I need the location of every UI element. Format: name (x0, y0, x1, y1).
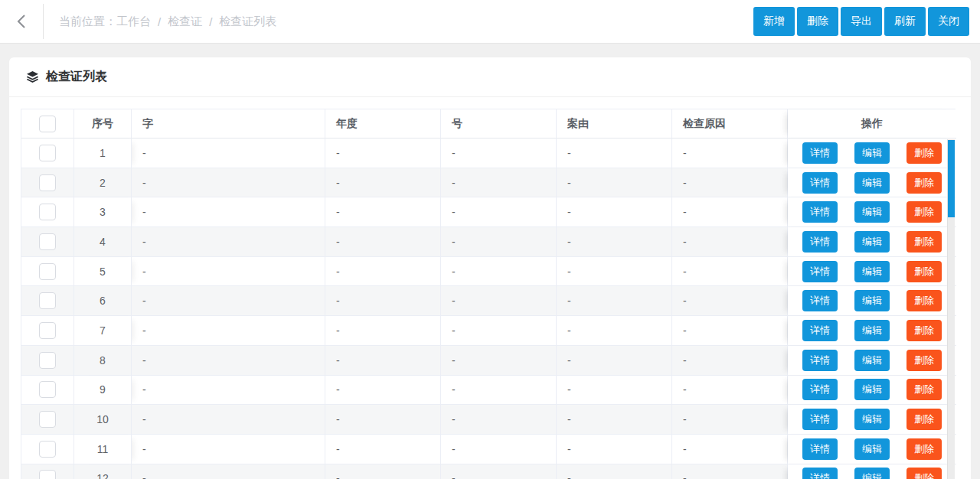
edit-button[interactable]: 编辑 (854, 438, 890, 460)
detail-button[interactable]: 详情 (802, 201, 838, 223)
detail-button[interactable]: 详情 (802, 290, 838, 311)
detail-button[interactable]: 详情 (802, 320, 838, 341)
detail-button[interactable]: 详情 (802, 409, 838, 430)
cell-niandu: - (325, 138, 441, 168)
cell-actions: 详情 编辑 删除 (788, 138, 956, 168)
cell-actions: 详情 编辑 删除 (788, 316, 956, 346)
detail-button[interactable]: 详情 (802, 172, 838, 194)
close-button[interactable]: 关闭 (928, 7, 969, 36)
edit-button[interactable]: 编辑 (854, 142, 890, 164)
edit-button[interactable]: 编辑 (854, 290, 890, 311)
cell-niandu: - (325, 257, 441, 287)
edit-button[interactable]: 编辑 (854, 409, 890, 430)
cell-reason: - (672, 227, 788, 257)
row-checkbox-cell (21, 286, 74, 316)
vertical-scrollbar-track[interactable] (947, 139, 955, 479)
row-checkbox[interactable] (39, 441, 56, 458)
edit-button[interactable]: 编辑 (854, 172, 890, 194)
row-checkbox[interactable] (39, 322, 56, 339)
row-checkbox[interactable] (39, 145, 56, 161)
row-checkbox[interactable] (39, 352, 56, 369)
row-checkbox[interactable] (39, 381, 56, 398)
edit-button[interactable]: 编辑 (854, 231, 890, 253)
detail-button[interactable]: 详情 (802, 231, 838, 253)
cell-seq: 6 (74, 286, 132, 316)
row-checkbox[interactable] (39, 411, 56, 428)
cell-reason: - (672, 435, 788, 464)
cell-zi: - (132, 346, 325, 376)
row-checkbox[interactable] (39, 174, 56, 191)
row-delete-button[interactable]: 删除 (906, 261, 942, 282)
cell-actions: 详情 编辑 删除 (788, 464, 956, 479)
panel-header: 检查证列表 (9, 57, 971, 97)
detail-button[interactable]: 详情 (802, 379, 838, 400)
cell-anyou: - (557, 286, 672, 316)
edit-button[interactable]: 编辑 (854, 468, 890, 479)
row-delete-button[interactable]: 删除 (906, 438, 942, 460)
row-checkbox-cell (21, 257, 74, 287)
cell-seq: 11 (74, 435, 132, 464)
export-button[interactable]: 导出 (841, 7, 882, 36)
edit-button[interactable]: 编辑 (854, 261, 890, 282)
detail-button[interactable]: 详情 (802, 261, 838, 282)
cell-hao: - (441, 227, 557, 257)
cell-actions: 详情 编辑 删除 (788, 197, 956, 227)
header-niandu: 年度 (325, 109, 441, 138)
row-delete-button[interactable]: 删除 (906, 320, 942, 341)
cell-anyou: - (557, 197, 672, 227)
row-delete-button[interactable]: 删除 (906, 201, 942, 223)
row-delete-button[interactable]: 删除 (906, 379, 942, 400)
vertical-scrollbar-thumb[interactable] (948, 140, 955, 217)
back-button[interactable] (0, 4, 44, 39)
refresh-button[interactable]: 刷新 (884, 7, 926, 36)
cell-zi: - (132, 138, 325, 168)
row-delete-button[interactable]: 删除 (906, 409, 942, 430)
row-delete-button[interactable]: 删除 (906, 142, 942, 164)
panel-body: 序号 字 年度 号 案由 检查原因 操作 1 - - - - - 详情 编辑 删… (9, 97, 971, 479)
row-checkbox-cell (21, 227, 74, 257)
cell-hao: - (441, 346, 557, 376)
cell-reason: - (672, 405, 788, 435)
row-delete-button[interactable]: 删除 (906, 350, 942, 371)
select-all-checkbox[interactable] (39, 116, 56, 132)
detail-button[interactable]: 详情 (802, 438, 838, 460)
cell-niandu: - (325, 316, 441, 346)
edit-button[interactable]: 编辑 (854, 320, 890, 341)
detail-button[interactable]: 详情 (802, 468, 838, 479)
breadcrumb: 当前位置： 工作台 / 检查证 / 检查证列表 (59, 15, 276, 29)
row-delete-button[interactable]: 删除 (906, 468, 942, 479)
table-row: 9 - - - - - 详情 编辑 删除 (21, 376, 956, 406)
header-reason: 检查原因 (672, 109, 788, 138)
table-row: 7 - - - - - 详情 编辑 删除 (21, 316, 956, 346)
delete-button[interactable]: 删除 (797, 7, 838, 36)
cell-zi: - (132, 435, 325, 464)
cell-seq: 8 (74, 346, 132, 376)
cell-niandu: - (325, 346, 441, 376)
row-checkbox[interactable] (39, 204, 56, 220)
row-checkbox-cell (21, 376, 74, 406)
row-checkbox[interactable] (39, 292, 56, 309)
cell-anyou: - (557, 227, 672, 257)
content-panel: 检查证列表 序号 字 年度 号 案由 检查原因 (9, 57, 971, 479)
cell-zi: - (132, 286, 325, 316)
table-row: 12 - - - - - 详情 编辑 删除 (21, 464, 956, 479)
row-delete-button[interactable]: 删除 (906, 290, 942, 311)
detail-button[interactable]: 详情 (802, 142, 838, 164)
cell-hao: - (441, 257, 557, 287)
row-delete-button[interactable]: 删除 (906, 231, 942, 253)
edit-button[interactable]: 编辑 (854, 350, 890, 371)
breadcrumb-item-inspection-cert[interactable]: 检查证 (168, 15, 202, 29)
cell-seq: 5 (74, 257, 132, 287)
edit-button[interactable]: 编辑 (854, 201, 890, 223)
row-checkbox[interactable] (39, 233, 56, 250)
add-button[interactable]: 新增 (753, 7, 795, 36)
detail-button[interactable]: 详情 (802, 350, 838, 371)
row-checkbox[interactable] (39, 470, 56, 479)
breadcrumb-item-workbench[interactable]: 工作台 (116, 15, 151, 29)
row-checkbox-cell (21, 138, 74, 168)
cell-hao: - (441, 376, 557, 406)
edit-button[interactable]: 编辑 (854, 379, 890, 400)
row-delete-button[interactable]: 删除 (906, 172, 942, 194)
cell-actions: 详情 编辑 删除 (788, 376, 956, 406)
row-checkbox[interactable] (39, 263, 56, 280)
